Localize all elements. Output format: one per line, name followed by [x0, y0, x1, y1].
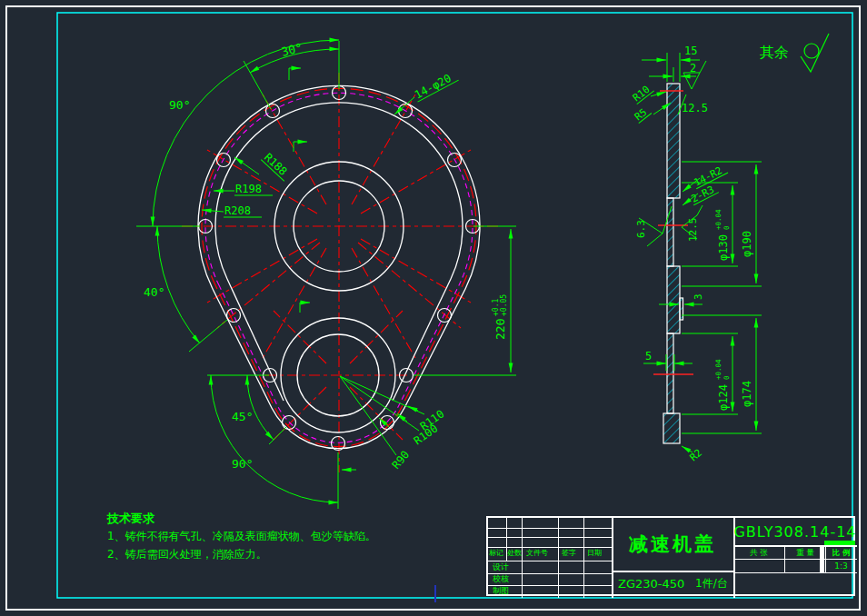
tb-hdr-sheets: 共 张 — [735, 548, 782, 558]
dim-2r3-group: 2-R3 — [689, 182, 720, 205]
dim-roughness-bore: 12.5 — [687, 218, 699, 243]
section-view: 15 2 12.5 R10 R5 14-R2 2-R3 6.3 12.5 φ13… — [630, 45, 762, 463]
techreq-line1: 1、铸件不得有气孔、冷隔及表面瘤状物、包沙等缺陷。 — [107, 528, 376, 546]
dim-r5-group: R5 — [632, 104, 652, 124]
tb-col-mark: 标记 — [489, 550, 503, 557]
dim-angle-lower-left: 45° — [232, 410, 253, 423]
tb-hdr-scale: 比 例 — [826, 548, 856, 558]
dim-roughness-left-group: 6.3 — [635, 220, 647, 238]
dim-boss-upper-group: φ190 — [741, 231, 753, 257]
dim-boss-upper: φ190 — [741, 231, 753, 257]
dim-r198: R198 — [235, 183, 262, 195]
roughness-symbol-icon — [804, 44, 819, 58]
techreq-line2: 2、铸后需回火处理，消除应力。 — [107, 546, 376, 564]
dim-rim-width: 15 — [684, 45, 697, 57]
dim-center-distance-tol-upper: +0.1 — [492, 299, 500, 316]
dim-step-group: 3 — [693, 293, 704, 300]
dim-r2: R2 — [688, 447, 705, 463]
dim-bore-lower-tol-l: 0 — [722, 375, 731, 380]
main-dimensions — [136, 40, 516, 509]
tb-col-sign: 签字 — [562, 550, 576, 557]
tb-row-design: 设计 — [493, 563, 509, 571]
dim-bore-lower: φ124 — [717, 384, 730, 411]
dim-r208: R208 — [224, 204, 251, 217]
tb-col-doc: 文件号 — [526, 550, 548, 557]
dim-r90-group: R90 — [390, 448, 413, 472]
dim-bore-lower-group: φ124 +0.04 0 — [714, 359, 731, 411]
tb-row-check: 校核 — [493, 575, 509, 583]
dim-r90: R90 — [390, 448, 413, 472]
dim-r2-group: R2 — [688, 447, 705, 463]
dim-plate-thickness: 5 — [645, 350, 652, 363]
dim-center-distance: 220 — [493, 319, 507, 340]
dim-r5: R5 — [633, 106, 649, 123]
dim-bore-upper-tol-u: +0.04 — [714, 209, 722, 230]
tb-quantity: 1件/台 — [695, 578, 728, 589]
dim-angle-left: 40° — [144, 285, 164, 299]
tb-col-count: 处数 — [507, 550, 522, 557]
tb-row-draft: 制图 — [493, 587, 509, 595]
dim-center-distance-group: 220 +0.1 +0.05 — [492, 294, 508, 340]
dim-roughness-top: 12.5 — [682, 102, 708, 114]
dim-2r3: 2-R3 — [689, 184, 716, 205]
tb-drawing-no: GBLY308.14-14 — [733, 520, 857, 544]
dim-boss-lower: φ174 — [741, 381, 753, 407]
dim-angle-bottom: 90° — [232, 457, 253, 471]
dim-center-distance-tol-lower: +0.05 — [500, 294, 508, 316]
dim-bore-upper-tol-l: 0 — [722, 225, 731, 230]
tb-col-date: 日期 — [587, 550, 602, 557]
tb-hdr-weight: 重 量 — [786, 548, 824, 558]
dim-roughness-left: 6.3 — [635, 220, 647, 238]
dim-boss-lower-group: φ174 — [741, 381, 753, 407]
dim-holes-group: 14-φ20 — [412, 69, 459, 102]
crosshair-tick — [434, 585, 436, 602]
dim-bore-upper: φ130 — [717, 234, 730, 261]
centerlines — [182, 73, 500, 472]
dim-land-width: 2 — [690, 62, 696, 75]
surface-note-label: 其余 — [760, 44, 789, 61]
main-view: 30° 90° 40° 45° 90° R188 R198 R208 14-φ2… — [136, 40, 516, 509]
dim-bore-lower-tol-u: +0.04 — [714, 359, 722, 380]
tb-part-name: 减速机盖 — [612, 518, 733, 571]
surface-note: 其余 — [760, 34, 829, 72]
cad-canvas: 30° 90° 40° 45° 90° R188 R198 R208 14-φ2… — [0, 0, 867, 616]
dim-roughness-bore-group: 12.5 — [687, 218, 699, 243]
tb-scale-value: 1:3 — [826, 561, 856, 571]
dim-r10-group: R10 — [630, 82, 654, 104]
title-block: 标记 处数 文件号 签字 日期 设计 校核 制图 减速机盖 ZG230-450 … — [486, 516, 855, 596]
dim-r188-group: R188 — [261, 150, 293, 181]
techreq-title: 技术要求 — [107, 509, 376, 528]
technical-requirements: 技术要求 1、铸件不得有气孔、冷隔及表面瘤状物、包沙等缺陷。 2、铸后需回火处理… — [107, 509, 376, 564]
dim-angle-upper-left: 90° — [169, 98, 190, 112]
dim-bore-upper-group: φ130 +0.04 0 — [714, 209, 731, 261]
section-profile — [663, 84, 683, 443]
dim-step: 3 — [693, 293, 704, 300]
dim-angle-top: 30° — [280, 41, 304, 59]
tb-material: ZG230-450 — [618, 578, 684, 590]
